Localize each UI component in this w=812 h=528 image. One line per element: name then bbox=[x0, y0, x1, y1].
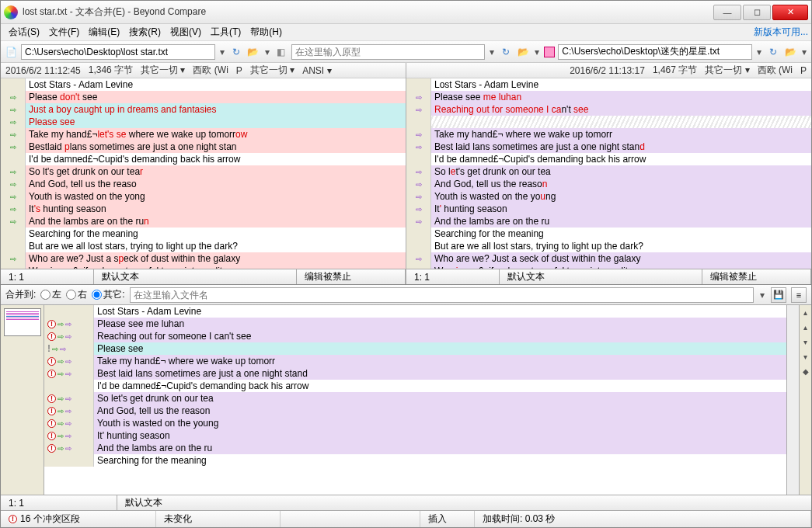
merge-line[interactable]: I'd be damned£¬Cupid's demanding back hi… bbox=[44, 380, 786, 392]
refresh-icon[interactable]: ↻ bbox=[499, 45, 513, 59]
code-line[interactable]: ⇨And the lambs are on the ru bbox=[406, 215, 811, 228]
thumbnail-column[interactable] bbox=[1, 305, 44, 495]
right-path-input[interactable] bbox=[558, 44, 752, 60]
code-line[interactable]: ⇨And God, tell us the reason bbox=[406, 178, 811, 190]
merge-line[interactable]: !⇨⇨Youth is wasted on the young bbox=[44, 417, 786, 429]
code-line[interactable]: ⇨Please see me luhan bbox=[406, 91, 811, 103]
folder-open-icon[interactable]: 📂 bbox=[246, 45, 260, 59]
code-line[interactable]: ⇨Youth is wasted on the yong bbox=[1, 190, 406, 203]
code-line[interactable]: But are we all lost stars, trying to lig… bbox=[1, 240, 406, 252]
left-enc[interactable]: 西欧 (Wi bbox=[193, 64, 228, 77]
code-line[interactable] bbox=[406, 116, 811, 128]
code-line[interactable]: ⇨Youth is wasted on the young bbox=[406, 190, 811, 203]
left-charset[interactable]: ANSI ▾ bbox=[302, 65, 331, 76]
nav-up2-icon[interactable]: ▴ bbox=[803, 323, 807, 332]
left-path-input[interactable] bbox=[21, 44, 215, 60]
code-line[interactable]: I'd be damned£¬Cupid's demanding back hi… bbox=[1, 153, 406, 165]
left-mode2[interactable]: 其它一切 ▾ bbox=[250, 64, 294, 77]
code-line[interactable]: ⇨And God, tell us the reaso bbox=[1, 178, 406, 190]
menu-help[interactable]: 帮助(H) bbox=[246, 24, 287, 40]
merge-radio-other[interactable]: 其它: bbox=[92, 288, 124, 301]
code-line[interactable]: ⇨It' hunting season bbox=[406, 203, 811, 215]
menu-tools[interactable]: 工具(T) bbox=[206, 24, 246, 40]
merge-line[interactable]: Searching for the meaning bbox=[44, 454, 786, 467]
right-mode[interactable]: 其它一切 ▾ bbox=[705, 64, 749, 77]
code-line[interactable]: Searching for the meaning bbox=[1, 228, 406, 240]
merge-line[interactable]: !⇨⇨Best laid lans sometimes are just a o… bbox=[44, 367, 786, 380]
maximize-button[interactable]: ◻ bbox=[743, 5, 771, 20]
conflict-icon: ! bbox=[47, 444, 56, 453]
code-line[interactable]: ⇨Who are we? Just a seck of dust within … bbox=[406, 252, 811, 265]
code-line[interactable]: ⇨Just a boy caught up in dreams and fant… bbox=[1, 103, 406, 116]
code-line[interactable]: ⇨Take my hand£¬let's se where we wake up… bbox=[1, 128, 406, 141]
merge-gutter: !⇨⇨ bbox=[44, 429, 94, 442]
menu-edit[interactable]: 编辑(E) bbox=[84, 24, 124, 40]
merge-line[interactable]: !⇨⇨It' hunting season bbox=[44, 429, 786, 442]
menu-file[interactable]: 文件(F) bbox=[44, 24, 84, 40]
code-line[interactable]: ⇨Please don't see bbox=[1, 91, 406, 103]
close-button[interactable]: ✕ bbox=[772, 5, 808, 20]
center-path-input[interactable] bbox=[291, 44, 486, 60]
gutter: ⇨ bbox=[406, 252, 431, 265]
code-line[interactable]: I'd be damned£¬Cupid's demanding back hi… bbox=[406, 153, 811, 165]
merge-output-input[interactable] bbox=[130, 287, 754, 303]
code-line[interactable]: ⇨Bestlaid plans sometimes are just a one… bbox=[1, 141, 406, 153]
code-line[interactable]: Lost Stars - Adam Levine bbox=[406, 78, 811, 91]
right-enc[interactable]: 西欧 (Wi bbox=[758, 64, 793, 77]
merge-line[interactable]: !⇨⇨Take my hand£¬ where we wake up tomor… bbox=[44, 355, 786, 367]
menu-session[interactable]: 会话(S) bbox=[4, 24, 44, 40]
merge-line[interactable]: Lost Stars - Adam Levine bbox=[44, 305, 786, 318]
folder-open-icon[interactable]: 📂 bbox=[516, 45, 530, 59]
merge-line[interactable]: !⇨⇨So let's get drunk on our tea bbox=[44, 392, 786, 405]
dropdown-icon[interactable]: ▾ bbox=[218, 47, 226, 57]
merge-line[interactable]: !⇨⇨And the lambs are on the ru bbox=[44, 442, 786, 454]
menu-search[interactable]: 搜索(R) bbox=[124, 24, 166, 40]
scrollbar[interactable] bbox=[786, 305, 799, 495]
update-link[interactable]: 新版本可用... bbox=[754, 26, 808, 39]
left-mode[interactable]: 其它一切 ▾ bbox=[141, 64, 185, 77]
refresh-icon[interactable]: ↻ bbox=[766, 45, 780, 59]
code-line[interactable]: But are we all lost stars, trying to lig… bbox=[406, 240, 811, 252]
options-button[interactable]: ≡ bbox=[791, 287, 807, 303]
gutter bbox=[1, 228, 26, 240]
right-code-lines[interactable]: Lost Stars - Adam Levine⇨Please see me l… bbox=[406, 78, 811, 269]
merge-line[interactable]: ! ⇨⇨Please see bbox=[44, 342, 786, 355]
menu-view[interactable]: 视图(V) bbox=[166, 24, 206, 40]
nav-diamond-icon[interactable]: ◆ bbox=[803, 367, 809, 376]
code-line[interactable]: ⇨Best laid lans sometimes are just a one… bbox=[406, 141, 811, 153]
merge-line[interactable]: !⇨⇨Reaching out for someone I can't see bbox=[44, 330, 786, 342]
right-cursor-pos: 1: 1 bbox=[406, 269, 500, 284]
nav-down2-icon[interactable]: ▾ bbox=[803, 353, 807, 361]
code-line[interactable]: ⇨And the lambs are on the run bbox=[1, 215, 406, 228]
code-line[interactable]: ⇨Who are we? Just a speck of dust within… bbox=[1, 252, 406, 265]
code-line[interactable]: ⇨Please see bbox=[1, 116, 406, 128]
left-info-bar: 2016/6/2 11:12:45 1,346 字节 其它一切 ▾ 西欧 (Wi… bbox=[1, 63, 406, 78]
minimize-button[interactable]: — bbox=[713, 5, 741, 20]
merge-line[interactable]: !⇨⇨And God, tell us the reason bbox=[44, 405, 786, 417]
merge-line[interactable]: !⇨⇨Please see me luhan bbox=[44, 318, 786, 330]
folder-open-icon[interactable]: 📂 bbox=[783, 45, 797, 59]
gutter bbox=[406, 78, 431, 91]
code-line[interactable]: ⇨So let's get drunk on our tea bbox=[406, 165, 811, 178]
code-line[interactable]: ⇨Take my hand£¬ where we wake up tomorr bbox=[406, 128, 811, 141]
merge-gutter: !⇨⇨ bbox=[44, 442, 94, 454]
merge-footer: 1: 1 默认文本 bbox=[1, 495, 811, 510]
save-button[interactable]: 💾 bbox=[771, 287, 786, 303]
right-text-mode: 默认文本 bbox=[500, 269, 702, 284]
merge-gutter: !⇨⇨ bbox=[44, 355, 94, 367]
nav-down-icon[interactable]: ▾ bbox=[803, 338, 807, 346]
code-line[interactable]: ⇨So lt's get drunk on our tear bbox=[1, 165, 406, 178]
refresh-icon[interactable]: ↻ bbox=[229, 45, 243, 59]
code-line[interactable]: Searching for the meaning bbox=[406, 228, 811, 240]
left-code-lines[interactable]: Lost Stars - Adam Levine⇨Please don't se… bbox=[1, 78, 406, 269]
code-line[interactable]: ⇨It's hunting season bbox=[1, 203, 406, 215]
nav-up-icon[interactable]: ▴ bbox=[803, 308, 807, 317]
side-nav-icons: ▴ ▴ ▾ ▾ ◆ bbox=[799, 305, 811, 495]
merge-radio-right[interactable]: 右 bbox=[66, 288, 87, 301]
merge-radio-left[interactable]: 左 bbox=[40, 288, 61, 301]
merge-code-lines[interactable]: Lost Stars - Adam Levine!⇨⇨Please see me… bbox=[44, 305, 786, 495]
code-line[interactable]: ⇨Reaching out for someone I can't see bbox=[406, 103, 811, 116]
thumbnail-overview[interactable] bbox=[4, 308, 41, 336]
merge-gutter: !⇨⇨ bbox=[44, 392, 94, 405]
code-line[interactable]: Lost Stars - Adam Levine bbox=[1, 78, 406, 91]
